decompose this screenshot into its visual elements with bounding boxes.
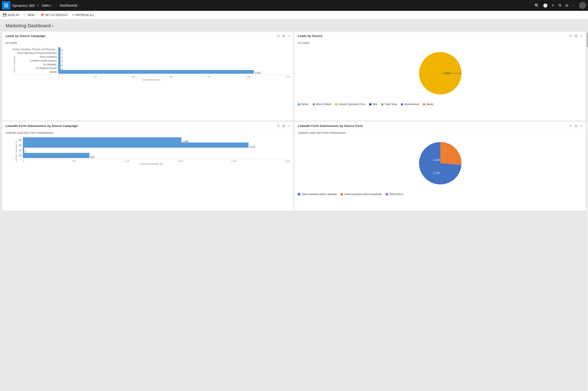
widget-body-1: Source Campaign Product branding - Phone… [2,45,294,83]
widget-table-3[interactable]: ⊞ [282,124,285,128]
svg-text:1,011: 1,011 [444,72,450,75]
save-as-button[interactable]: 💾 SAVE AS [3,13,19,17]
page-header: Marketing Dashboard ▾ [0,19,588,31]
module-nav[interactable]: Sales ▾ [39,3,54,7]
user-avatar[interactable] [579,2,586,9]
widget-table-1[interactable]: ⊞ [282,34,285,38]
widget-refresh-3[interactable]: ↻ [277,124,280,128]
refresh-all-button[interactable]: ↺ REFRESH ALL [72,13,95,17]
bar-fill [58,59,61,62]
bar-label: Direct marketing [12,56,57,58]
widget-header-4: LinkedIn Form Submissions by Source Form… [294,121,586,129]
bar-fill [23,137,181,142]
widget-title-4: LinkedIn Form Submissions by Source Form [298,124,363,128]
widget-actions-1: ↻ ⊞ ⤢ [277,34,290,38]
widget-expand-1[interactable]: ⤢ [288,34,290,38]
bar-value: 1,012 [255,72,261,74]
default-icon: 📌 [40,13,44,17]
history-button[interactable]: 🕐 [543,3,548,8]
legend-label: Partner [301,103,309,105]
bar-row: 402,111 [12,142,290,148]
widget-table-4[interactable]: ⊞ [575,124,577,128]
add-button[interactable]: + [552,3,554,8]
legend-label: Word of Mouth [316,103,331,105]
legend-item: Partner [298,103,309,105]
legend-label: custom-questions-field-1-duplicate [301,193,337,196]
legend-item: custom-questions-field-not-duplicate [341,193,382,196]
widget-actions-4: ↻ ⊞ ⤢ [569,124,583,128]
legend-dot [298,193,300,196]
pie-legend-2: PartnerWord of MouthLinkedIn Sponsored F… [294,101,586,107]
bar-label: Ad campaign [12,63,57,66]
widget-refresh-1[interactable]: ↻ [277,34,280,38]
bar-row: (blank)1,012 [12,70,290,74]
svg-text:7: 7 [445,149,446,151]
top-nav: Dynamics 365 ▾ Sales ▾ › Dashboards › 🔍 … [0,0,588,11]
bar-track: 1,012 [58,70,290,74]
legend-label: (blank) [426,103,433,105]
filter-button[interactable]: ⚗ [558,3,561,8]
scrollbar-thumb[interactable] [586,33,588,47]
widget-linkedin-source-campaign: LinkedIn Form Submissions by Source Camp… [2,121,294,211]
nav-right-actions: 🔍 🕐 + ⚗ ⚙ ··· [535,2,586,9]
widget-subtitle-4: LinkedIn Lead Gen Form Submissions [294,129,586,135]
widget-expand-3[interactable]: ⤢ [288,124,290,128]
legend-label: Trade Show [385,103,397,105]
widget-title-1: Leads by Source Campaign [5,34,46,38]
more-button[interactable]: ··· [572,3,575,7]
widget-body-3: LinkedIn campaign ID 301,483402,11110735… [2,135,294,167]
legend-label: Advertisement [404,103,419,105]
widget-expand-2[interactable]: ⤢ [580,34,583,38]
svg-rect-1 [6,3,6,4]
legend-item: Advertisement [401,103,419,105]
bar-label: Customer loyalty program [12,59,57,62]
bar-track: 3 [58,62,290,66]
app-menu-button[interactable] [2,1,10,10]
widget-subtitle-2: All Leads [294,39,586,45]
legend-item: TestFormCrm [386,193,403,196]
bar-label: 30 [12,139,21,141]
bar-track: 7 [23,148,290,153]
set-as-default-button[interactable]: 📌 SET AS DEFAULT [40,13,68,17]
legend-item: custom-questions-field-1-duplicate [298,193,337,196]
pie-chart-4: 2,109 7 2,109 [414,137,466,189]
bar-track: 2,111 [23,142,290,148]
widget-refresh-4[interactable]: ↻ [569,124,572,128]
scrollbar[interactable] [586,33,588,213]
bar-row: Ad campaign3 [12,62,290,66]
widget-actions-3: ↻ ⊞ ⤢ [277,124,290,128]
section-arrow-icon: › [79,4,80,7]
y-axis-label-1: Source Campaign [13,56,15,73]
bar-row: 301,483 [12,137,290,142]
module-caret-icon: ▾ [51,4,52,7]
bar-label: Direct Marketing Personal Electronics [12,52,57,54]
pie-legend-4: custom-questions-field-1-duplicatecustom… [294,191,586,197]
bar-fill [23,153,90,158]
page-title[interactable]: Marketing Dashboard ▾ [6,23,582,28]
search-button[interactable]: 🔍 [535,3,539,8]
app-name[interactable]: Dynamics 365 ▾ [12,3,39,7]
bar-label: (blank) [12,71,57,73]
legend-dot [341,193,343,196]
widget-refresh-2[interactable]: ↻ [569,34,572,38]
new-icon: 📄 [23,13,27,17]
widget-table-2[interactable]: ⊞ [575,34,577,38]
bar-track: 2 [58,47,290,51]
nav-separator: › [55,4,56,7]
bar-fill [23,142,249,148]
bar-track: 5 [58,55,290,59]
new-button[interactable]: 📄 NEW ▾ [23,13,36,17]
bar-fill [58,47,61,51]
x-axis-label-3: Count:All (LinkedIn ID) [12,163,290,165]
widget-header-3: LinkedIn Form Submissions by Source Camp… [2,121,294,129]
settings-button[interactable]: ⚙ [565,3,569,8]
legend-label: TestFormCrm [389,193,403,196]
new-dropdown-icon: ▾ [35,14,36,16]
legend-dot [423,103,425,105]
section-nav[interactable]: Dashboards › [57,3,83,7]
legend-dot [298,103,300,105]
bar-track: 2 [58,66,290,70]
svg-rect-8 [7,6,8,7]
widget-expand-4[interactable]: ⤢ [580,124,583,128]
bar-row: Direct marketing5 [12,55,290,59]
